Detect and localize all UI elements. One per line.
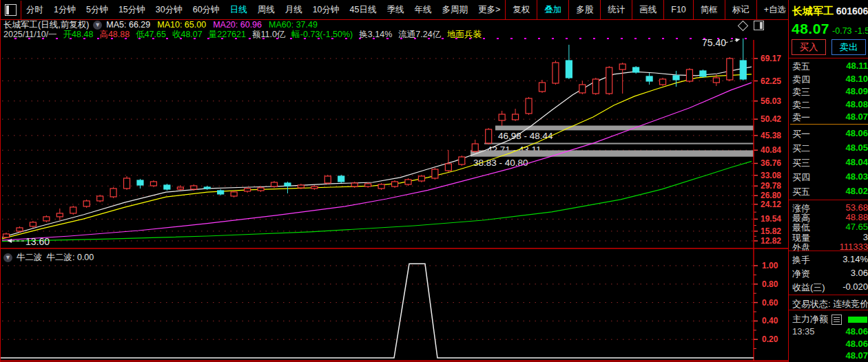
candle[interactable] — [150, 180, 156, 187]
candlestick-chart[interactable]: 69.1762.2556.0350.4245.3840.8436.7633.08… — [1, 0, 788, 362]
level-label: 卖二 — [792, 99, 810, 111]
candle[interactable] — [124, 176, 130, 190]
candle[interactable] — [311, 185, 318, 190]
candle-body — [418, 176, 424, 181]
candle[interactable] — [110, 187, 116, 198]
price-band — [484, 143, 754, 145]
candle[interactable] — [405, 178, 411, 186]
candle[interactable] — [606, 66, 612, 95]
candle[interactable] — [552, 61, 559, 85]
level-value: 3.14% — [843, 254, 868, 266]
candle[interactable] — [30, 221, 36, 228]
candle[interactable] — [43, 215, 50, 222]
candle[interactable] — [432, 168, 438, 180]
axis-label: 19.54 — [761, 214, 781, 224]
panel-divider — [789, 200, 868, 200]
stat-row[interactable]: 收益(三)-0.020 — [792, 281, 868, 294]
ma-line-MA20 — [2, 83, 752, 240]
candle[interactable] — [727, 57, 733, 81]
sell-level-row[interactable]: 卖三48.09 — [792, 86, 868, 98]
candle-body — [566, 61, 572, 78]
stat-row[interactable]: 换手3.14% — [792, 254, 868, 266]
buy-level-row[interactable]: 买一48.06 — [792, 128, 868, 140]
candle[interactable] — [392, 180, 398, 188]
candle-body — [432, 169, 438, 178]
sell-level-row[interactable]: 卖一48.07 — [792, 111, 868, 124]
candle-body — [740, 61, 746, 79]
candle[interactable] — [513, 109, 519, 121]
candle[interactable] — [245, 187, 251, 193]
candle[interactable] — [3, 233, 10, 238]
candle[interactable] — [499, 111, 505, 126]
candle[interactable] — [660, 78, 666, 86]
indicator-value: 牛二波: 0.00 — [47, 252, 94, 264]
candle[interactable] — [445, 150, 451, 172]
candle[interactable] — [418, 175, 424, 182]
candle[interactable] — [526, 97, 532, 115]
buy-level-row[interactable]: 买四48.03 — [792, 171, 868, 184]
candle-body — [177, 187, 183, 189]
candle[interactable] — [231, 191, 237, 198]
stat-row[interactable]: 净资3.06 — [792, 268, 868, 280]
candle[interactable] — [164, 184, 170, 191]
candle[interactable] — [70, 206, 76, 215]
candle[interactable] — [204, 186, 210, 190]
candle[interactable] — [137, 179, 143, 189]
tick-price: 48.06 — [845, 326, 868, 337]
candle-body — [56, 213, 63, 217]
sub-axis-label: 1.00 — [762, 261, 778, 270]
candle[interactable] — [646, 73, 652, 85]
candle[interactable] — [83, 200, 90, 208]
buy-level-row[interactable]: 买三48.04 — [792, 157, 868, 169]
candle[interactable] — [539, 80, 546, 93]
candle-body — [660, 79, 666, 85]
candle-body — [606, 67, 612, 94]
sell-button[interactable]: 卖出 — [831, 39, 866, 55]
sell-level-row[interactable]: 卖二48.08 — [792, 99, 868, 111]
candle-body — [405, 180, 411, 184]
buy-level-row[interactable]: 买五48.02 — [792, 186, 868, 198]
candle[interactable] — [271, 181, 278, 188]
candle[interactable] — [700, 70, 706, 78]
candle[interactable] — [592, 78, 599, 95]
candle[interactable] — [365, 182, 371, 188]
candle[interactable] — [258, 187, 264, 192]
candle[interactable] — [324, 175, 331, 184]
buy-button[interactable]: 买入 — [792, 39, 826, 55]
candle[interactable] — [338, 175, 344, 183]
list-icon[interactable] — [831, 315, 842, 325]
candle[interactable] — [619, 63, 626, 94]
candle[interactable] — [378, 183, 384, 190]
candle-body — [258, 188, 264, 191]
candle[interactable] — [579, 81, 586, 94]
candle-body — [218, 191, 224, 194]
level-value: 48.04 — [845, 157, 868, 169]
candle-body — [97, 196, 103, 201]
candle-body — [592, 79, 599, 94]
chevron-down-icon[interactable]: ▼ — [3, 253, 12, 262]
candle[interactable] — [673, 71, 679, 87]
candle[interactable] — [566, 45, 572, 79]
candle[interactable] — [686, 68, 692, 83]
candle[interactable] — [633, 66, 639, 74]
candle[interactable] — [56, 209, 63, 220]
sell-level-row[interactable]: 卖五48.11 — [792, 61, 868, 73]
candle[interactable] — [486, 128, 492, 145]
axis-label: 45.38 — [761, 131, 781, 140]
candle[interactable] — [285, 182, 291, 193]
stat-row[interactable]: 外盘111333 — [792, 242, 868, 254]
candle-body — [552, 63, 559, 83]
axis-label: 69.17 — [761, 54, 781, 63]
candle-body — [700, 71, 706, 76]
sub-axis-label: 0.20 — [762, 334, 778, 344]
candle[interactable] — [97, 195, 103, 202]
candle-body — [365, 184, 371, 187]
candle[interactable] — [218, 189, 224, 195]
level-value: 48.06 — [845, 128, 868, 140]
candle[interactable] — [472, 140, 478, 153]
candle[interactable] — [740, 39, 746, 81]
sell-level-row[interactable]: 卖四48.10 — [792, 74, 868, 86]
buy-level-row[interactable]: 买二48.05 — [792, 142, 868, 155]
candle[interactable] — [459, 156, 465, 166]
candle-body — [686, 70, 692, 81]
